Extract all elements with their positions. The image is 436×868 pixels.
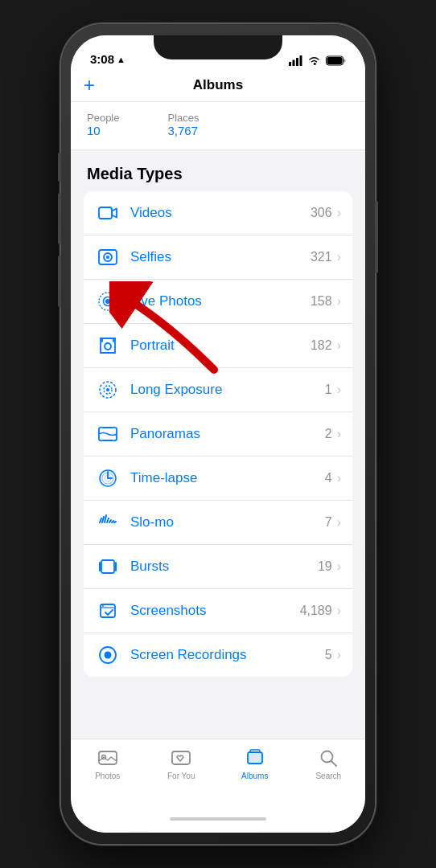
svg-point-10 [106,256,109,259]
long-exposure-icon [95,377,121,403]
svg-line-23 [100,518,101,522]
header-title: Albums [193,77,243,93]
media-item-live-photos[interactable]: Live Photos 158 › [84,280,352,324]
for-you-tab-label: For You [167,772,195,780]
home-indicator [71,805,365,833]
svg-line-27 [109,520,111,522]
wifi-icon [307,55,321,66]
media-label-selfies: Selfies [130,249,311,265]
media-item-videos[interactable]: Videos 306 › [84,191,352,235]
power-button[interactable] [375,201,378,273]
places-count: 3,767 [167,124,198,137]
photos-tab-icon [97,747,118,768]
tab-albums[interactable]: Albums [218,747,292,780]
media-count-long-exposure: 1 [325,383,332,397]
svg-point-34 [102,605,104,607]
svg-point-11 [105,299,110,304]
albums-tab-icon [245,747,265,768]
svg-line-26 [107,518,109,522]
media-label-slo-mo: Slo-mo [130,514,325,530]
tab-for-you[interactable]: For You [145,747,219,780]
bursts-icon [95,554,121,579]
search-tab-icon [318,747,339,768]
media-label-bursts: Bursts [130,559,318,575]
svg-rect-5 [327,57,343,64]
chevron-icon-panoramas: › [337,427,341,441]
svg-rect-30 [101,560,114,573]
status-icons [289,55,346,66]
media-item-slo-mo[interactable]: Slo-mo 7 › [84,501,352,545]
svg-rect-3 [300,55,302,66]
media-count-time-lapse: 4 [325,471,332,485]
media-item-screenshots[interactable]: Screenshots 4,189 › [84,589,352,633]
media-item-panoramas[interactable]: Panoramas 2 › [84,412,352,457]
svg-rect-39 [172,751,190,764]
places-label: Places [167,112,199,124]
media-count-panoramas: 2 [325,427,332,441]
volume-down-button[interactable] [58,256,61,307]
svg-rect-6 [343,59,346,63]
volume-up-button[interactable] [58,193,61,244]
svg-rect-40 [248,752,262,764]
svg-line-24 [102,517,104,522]
for-you-tab-icon [171,747,191,768]
chevron-icon-videos: › [337,206,341,220]
status-time: 3:08 ▲ [90,52,125,66]
svg-line-29 [114,522,116,522]
people-label: People [87,112,119,124]
svg-line-28 [112,521,113,522]
chevron-icon-slo-mo: › [337,515,341,530]
tab-search[interactable]: Search [292,747,366,780]
media-count-live-photos: 158 [311,294,332,309]
screen-recordings-icon [95,642,121,668]
svg-point-36 [105,652,112,659]
svg-line-25 [105,515,106,522]
chevron-icon-portrait: › [337,338,341,353]
svg-rect-1 [293,60,295,67]
media-count-portrait: 182 [311,338,332,353]
media-label-portrait: Portrait [130,338,311,354]
tab-bar: Photos For You Albums Search [71,739,365,805]
media-item-bursts[interactable]: Bursts 19 › [84,545,352,589]
media-item-selfies[interactable]: Selfies 321 › [84,235,352,280]
chevron-icon-live-photos: › [337,294,341,309]
chevron-icon-long-exposure: › [337,383,341,397]
media-count-selfies: 321 [311,250,332,264]
media-item-portrait[interactable]: Portrait 182 › [84,324,352,368]
portrait-icon [95,333,121,358]
places-item[interactable]: Places 3,767 [167,112,199,138]
mute-button[interactable] [58,153,61,182]
notch [154,35,282,59]
phone-frame: 3:08 ▲ [61,24,375,844]
media-label-panoramas: Panoramas [130,426,325,442]
screenshots-icon [95,598,121,624]
location-icon: ▲ [117,55,125,64]
svg-rect-42 [250,750,260,752]
media-count-screen-recordings: 5 [325,648,332,662]
slo-mo-icon [95,510,121,535]
photos-tab-label: Photos [95,772,120,780]
search-tab-label: Search [315,772,341,780]
media-count-videos: 306 [311,206,332,220]
media-label-time-lapse: Time-lapse [130,470,325,486]
chevron-icon-screenshots: › [337,604,341,618]
media-item-long-exposure[interactable]: Long Exposure 1 › [84,368,352,412]
media-item-time-lapse[interactable]: Time-lapse 4 › [84,457,352,501]
tab-photos[interactable]: Photos [71,747,145,780]
svg-rect-2 [296,58,298,66]
add-album-button[interactable]: + [84,76,95,95]
home-bar [170,817,266,821]
media-types-list: Videos 306 › Selfies 321 › Live Photos 1… [84,191,352,677]
panoramas-icon [95,421,121,447]
svg-rect-31 [99,562,101,571]
media-count-screenshots: 4,189 [300,604,332,618]
svg-line-44 [331,761,337,767]
chevron-icon-time-lapse: › [337,471,341,485]
media-item-screen-recordings[interactable]: Screen Recordings 5 › [84,633,352,677]
people-places-row: People 10 Places 3,767 [71,102,365,150]
signal-icon [289,55,302,66]
media-label-screenshots: Screenshots [130,603,300,619]
chevron-icon-screen-recordings: › [337,648,341,662]
videos-icon [95,200,121,226]
people-item[interactable]: People 10 [87,112,119,138]
